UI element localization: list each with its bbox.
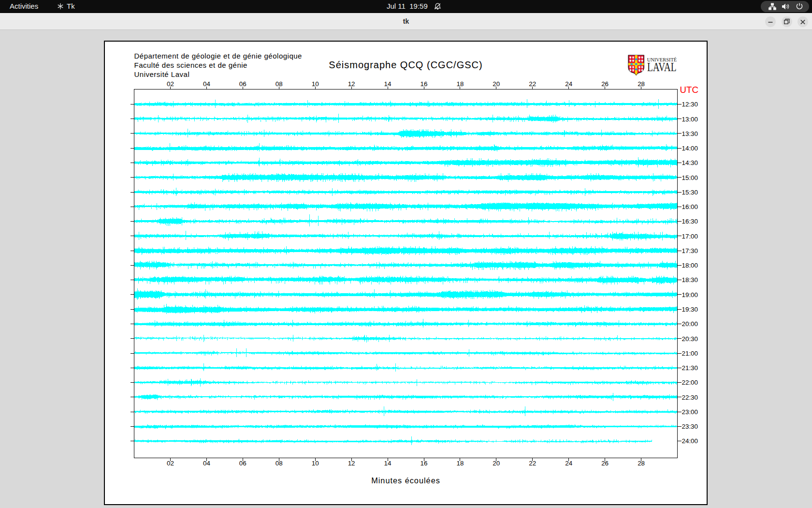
svg-text:22:00: 22:00: [682, 379, 698, 386]
svg-text:18:00: 18:00: [682, 262, 698, 269]
svg-text:18: 18: [456, 80, 464, 88]
svg-text:24: 24: [565, 80, 572, 88]
svg-text:21:30: 21:30: [682, 364, 698, 372]
svg-text:16: 16: [420, 80, 428, 88]
svg-text:10: 10: [312, 80, 319, 88]
svg-text:04: 04: [203, 460, 210, 467]
svg-text:22:30: 22:30: [682, 394, 698, 401]
svg-text:19:00: 19:00: [682, 291, 698, 299]
svg-text:02: 02: [167, 80, 174, 88]
svg-text:24:00: 24:00: [682, 437, 698, 445]
svg-text:24: 24: [565, 460, 572, 467]
svg-text:14:30: 14:30: [682, 159, 698, 166]
svg-text:13:00: 13:00: [682, 116, 698, 123]
svg-text:10: 10: [312, 460, 319, 467]
svg-text:12: 12: [348, 460, 355, 467]
svg-text:21:00: 21:00: [682, 350, 698, 357]
svg-text:Faculté des sciences et de gén: Faculté des sciences et de génie: [134, 61, 247, 69]
svg-text:13:30: 13:30: [682, 130, 698, 137]
svg-text:Séismographe QCQ (CGC/GSC): Séismographe QCQ (CGC/GSC): [329, 60, 482, 70]
svg-text:08: 08: [276, 80, 283, 88]
svg-text:20:30: 20:30: [682, 335, 698, 343]
svg-text:Université Laval: Université Laval: [134, 70, 190, 78]
svg-text:19:30: 19:30: [682, 306, 698, 313]
svg-text:20: 20: [493, 80, 500, 88]
svg-text:Minutes écoulées: Minutes écoulées: [371, 476, 440, 485]
svg-text:17:00: 17:00: [682, 233, 698, 240]
svg-text:14:00: 14:00: [682, 145, 698, 152]
svg-text:15:30: 15:30: [682, 189, 698, 196]
svg-text:06: 06: [239, 460, 246, 467]
svg-text:LAVAL: LAVAL: [647, 60, 677, 74]
svg-text:20: 20: [493, 460, 500, 467]
svg-text:02: 02: [167, 460, 174, 467]
svg-text:06: 06: [239, 80, 246, 88]
svg-text:28: 28: [638, 460, 645, 467]
svg-text:22: 22: [529, 80, 536, 88]
svg-text:04: 04: [203, 80, 210, 88]
svg-text:14: 14: [384, 460, 392, 467]
svg-text:12:30: 12:30: [682, 101, 698, 108]
svg-text:23:30: 23:30: [682, 423, 698, 430]
svg-text:12: 12: [348, 80, 355, 88]
svg-text:08: 08: [276, 460, 283, 467]
svg-text:26: 26: [601, 460, 609, 467]
svg-text:26: 26: [601, 80, 609, 88]
svg-text:18: 18: [456, 460, 464, 467]
svg-text:23:00: 23:00: [682, 408, 698, 416]
svg-text:16:30: 16:30: [682, 218, 698, 225]
svg-text:14: 14: [384, 80, 392, 88]
svg-text:22: 22: [529, 460, 536, 467]
svg-text:15:00: 15:00: [682, 174, 698, 181]
svg-text:20:00: 20:00: [682, 320, 698, 328]
svg-text:16:00: 16:00: [682, 203, 698, 210]
svg-text:18:30: 18:30: [682, 276, 698, 284]
svg-text:17:30: 17:30: [682, 247, 698, 254]
svg-text:28: 28: [638, 80, 645, 88]
svg-text:UTC: UTC: [680, 85, 698, 95]
svg-text:16: 16: [420, 460, 428, 467]
svg-text:Département de géologie et de: Département de géologie et de génie géol…: [134, 52, 302, 60]
